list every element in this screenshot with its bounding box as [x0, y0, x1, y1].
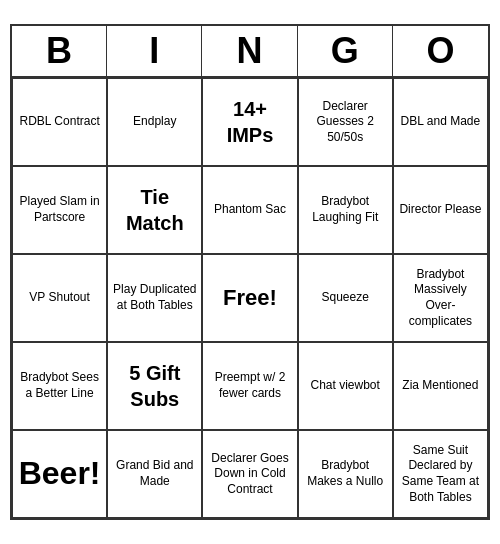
bingo-cell: Director Please [393, 166, 488, 254]
header-letter: N [202, 26, 297, 76]
bingo-cell: Bradybot Laughing Fit [298, 166, 393, 254]
bingo-cell: RDBL Contract [12, 78, 107, 166]
bingo-cell: Free! [202, 254, 297, 342]
bingo-cell: Declarer Guesses 2 50/50s [298, 78, 393, 166]
bingo-cell: Declarer Goes Down in Cold Contract [202, 430, 297, 518]
bingo-cell: Play Duplicated at Both Tables [107, 254, 202, 342]
bingo-cell: Squeeze [298, 254, 393, 342]
bingo-cell: VP Shutout [12, 254, 107, 342]
bingo-cell: Beer! [12, 430, 107, 518]
header-letter: O [393, 26, 488, 76]
bingo-cell: Played Slam in Partscore [12, 166, 107, 254]
bingo-card: BINGO RDBL ContractEndplay14+ IMPsDeclar… [10, 24, 490, 520]
bingo-cell: Bradybot Makes a Nullo [298, 430, 393, 518]
bingo-grid: RDBL ContractEndplay14+ IMPsDeclarer Gue… [12, 78, 488, 518]
bingo-cell: DBL and Made [393, 78, 488, 166]
header-letter: I [107, 26, 202, 76]
bingo-cell: Grand Bid and Made [107, 430, 202, 518]
bingo-cell: Bradybot Sees a Better Line [12, 342, 107, 430]
bingo-cell: Preempt w/ 2 fewer cards [202, 342, 297, 430]
header-letter: G [298, 26, 393, 76]
bingo-header: BINGO [12, 26, 488, 78]
bingo-cell: Endplay [107, 78, 202, 166]
bingo-cell: Phantom Sac [202, 166, 297, 254]
bingo-cell: Same Suit Declared by Same Team at Both … [393, 430, 488, 518]
bingo-cell: Zia Mentioned [393, 342, 488, 430]
bingo-cell: Chat viewbot [298, 342, 393, 430]
bingo-cell: Bradybot Massively Over-complicates [393, 254, 488, 342]
header-letter: B [12, 26, 107, 76]
bingo-cell: Tie Match [107, 166, 202, 254]
bingo-cell: 14+ IMPs [202, 78, 297, 166]
bingo-cell: 5 Gift Subs [107, 342, 202, 430]
